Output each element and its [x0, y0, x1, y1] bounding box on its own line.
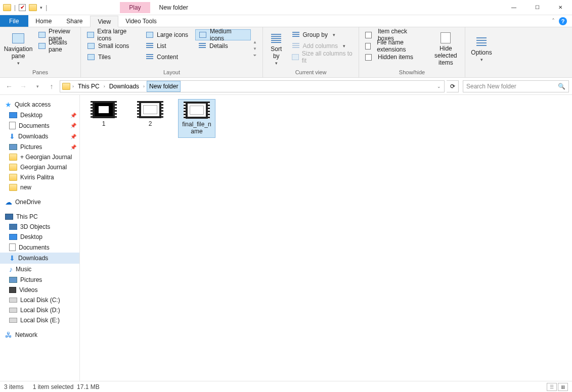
network-icon: 🖧: [5, 331, 12, 339]
folder-icon[interactable]: [29, 4, 37, 11]
icons-view-button[interactable]: ▦: [558, 383, 568, 391]
tree-documents[interactable]: Documents📌: [0, 120, 79, 131]
file-name: 1: [102, 120, 106, 127]
tiles-button[interactable]: Tiles: [84, 52, 141, 63]
tree-quick-access[interactable]: ★Quick access: [0, 99, 79, 110]
scroll-up-icon[interactable]: ▲: [253, 40, 257, 44]
file-name-extensions-toggle[interactable]: File name extensions: [362, 40, 428, 52]
back-button[interactable]: ←: [3, 80, 15, 92]
list-button[interactable]: List: [143, 40, 193, 52]
chevron-right-icon[interactable]: ›: [103, 84, 106, 89]
hide-selected-items-button[interactable]: Hide selected items: [430, 29, 462, 68]
label: This PC: [16, 213, 38, 220]
close-button[interactable]: ✕: [549, 0, 572, 15]
maximize-button[interactable]: ☐: [525, 0, 549, 15]
tree-new[interactable]: new: [0, 182, 79, 192]
tree-onedrive[interactable]: ☁OneDrive: [0, 197, 79, 208]
breadcrumb-new-folder[interactable]: New folder: [147, 81, 181, 92]
tree-documents2[interactable]: Documents: [0, 242, 79, 253]
qat-dropdown-icon[interactable]: ▾: [40, 5, 42, 10]
breadcrumb-downloads[interactable]: Downloads: [107, 81, 141, 92]
details-button[interactable]: Details: [195, 40, 251, 52]
tree-local-d[interactable]: Local Disk (D:): [0, 305, 79, 315]
tree-georgian[interactable]: Georgian Journal: [0, 162, 79, 172]
tree-this-pc[interactable]: This PC: [0, 212, 79, 222]
group-by-button[interactable]: Group by▾: [289, 29, 356, 40]
tree-network[interactable]: 🖧Network: [0, 329, 79, 340]
status-size: 17.1 MB: [77, 383, 100, 390]
tab-video-tools[interactable]: Video Tools: [118, 15, 164, 27]
label: Downloads: [18, 255, 48, 262]
label: Extra large icons: [97, 28, 138, 42]
tab-home[interactable]: Home: [28, 15, 59, 27]
scroll-down-icon[interactable]: ▼: [253, 46, 257, 51]
extra-large-icons-button[interactable]: Extra large icons: [84, 29, 141, 40]
folder-icon: [9, 164, 17, 171]
tree-3d-objects[interactable]: 3D Objects: [0, 222, 79, 232]
collapse-ribbon-icon[interactable]: ˄: [552, 18, 555, 25]
small-icons-button[interactable]: Small icons: [84, 40, 141, 52]
address-dropdown-icon[interactable]: ⌄: [436, 84, 442, 89]
checkbox-icon[interactable]: ✔: [19, 4, 26, 11]
contextual-tab-play[interactable]: Play: [120, 2, 150, 13]
file-item-final[interactable]: final_file_name: [178, 99, 215, 138]
tree-pictures[interactable]: Pictures📌: [0, 142, 79, 152]
tab-file[interactable]: File: [0, 15, 28, 27]
tree-videos[interactable]: Videos: [0, 285, 79, 295]
drive-icon: [9, 298, 17, 303]
label: Tiles: [98, 54, 111, 61]
tree-georgian-plus[interactable]: + Georgian Journal: [0, 152, 79, 162]
medium-icons-button[interactable]: Medium icons: [195, 29, 251, 40]
content-button[interactable]: Content: [143, 52, 193, 63]
sort-by-button[interactable]: Sort by ▾: [266, 29, 287, 68]
size-all-columns-button: Size all columns to fit: [289, 52, 356, 63]
address-bar[interactable]: › This PC › Downloads › New folder ⌄: [60, 80, 445, 92]
help-icon[interactable]: ?: [559, 17, 567, 25]
tab-share[interactable]: Share: [59, 15, 90, 27]
group-label-show-hide: Show/hide: [362, 68, 462, 77]
options-button[interactable]: Options ▾: [468, 29, 495, 68]
document-icon: [9, 243, 16, 251]
chevron-right-icon[interactable]: ›: [142, 84, 146, 89]
navigation-pane-button[interactable]: Navigation pane ▾: [3, 29, 33, 68]
file-item-1[interactable]: 1: [85, 99, 122, 129]
navigation-bar: ← → ▾ ↑ › This PC › Downloads › New fold…: [0, 78, 572, 95]
tree-downloads[interactable]: ⬇Downloads📌: [0, 131, 79, 142]
chevron-right-icon[interactable]: ›: [71, 84, 75, 89]
refresh-button[interactable]: ⟳: [447, 80, 459, 92]
breadcrumb-this-pc[interactable]: This PC: [76, 81, 102, 92]
details-pane-button[interactable]: Details pane: [35, 40, 77, 52]
quick-access-toolbar: | ✔ ▾ |: [0, 4, 50, 11]
navigation-tree[interactable]: ★Quick access Desktop📌 Documents📌 ⬇Downl…: [0, 95, 80, 381]
tree-music[interactable]: ♪Music: [0, 264, 79, 275]
details-view-button[interactable]: ☰: [547, 383, 557, 391]
titlebar: | ✔ ▾ | Play New folder — ☐ ✕: [0, 0, 572, 15]
file-pane[interactable]: 1 2 final_file_name: [80, 95, 572, 381]
label: Videos: [19, 286, 37, 293]
tree-kviris[interactable]: Kviris Palitra: [0, 172, 79, 182]
up-button[interactable]: ↑: [46, 80, 58, 92]
details-pane-label: Details pane: [49, 39, 74, 53]
label: Local Disk (D:): [20, 307, 60, 314]
label: Network: [15, 331, 37, 338]
label: Desktop: [20, 112, 42, 119]
qat-separator: |: [14, 4, 16, 11]
tab-view[interactable]: View: [90, 16, 118, 27]
tree-local-e[interactable]: Local Disk (E:): [0, 315, 79, 325]
tree-local-c[interactable]: Local Disk (C:): [0, 295, 79, 305]
expand-gallery-icon[interactable]: ⏷: [253, 53, 257, 58]
minimize-button[interactable]: —: [502, 0, 525, 15]
label: Documents: [19, 244, 50, 251]
search-box[interactable]: Search New folder 🔍: [463, 80, 569, 92]
recent-locations-button[interactable]: ▾: [31, 80, 43, 92]
group-label-layout: Layout: [84, 68, 259, 77]
label: + Georgian Journal: [20, 154, 72, 161]
tree-desktop[interactable]: Desktop📌: [0, 110, 79, 120]
file-item-2[interactable]: 2: [131, 99, 169, 129]
large-icons-button[interactable]: Large icons: [143, 29, 193, 40]
hidden-items-toggle[interactable]: Hidden items: [362, 52, 428, 63]
tree-downloads2[interactable]: ⬇Downloads: [0, 253, 79, 264]
forward-button[interactable]: →: [17, 80, 29, 92]
tree-pictures2[interactable]: Pictures: [0, 275, 79, 285]
tree-desktop2[interactable]: Desktop: [0, 232, 79, 242]
